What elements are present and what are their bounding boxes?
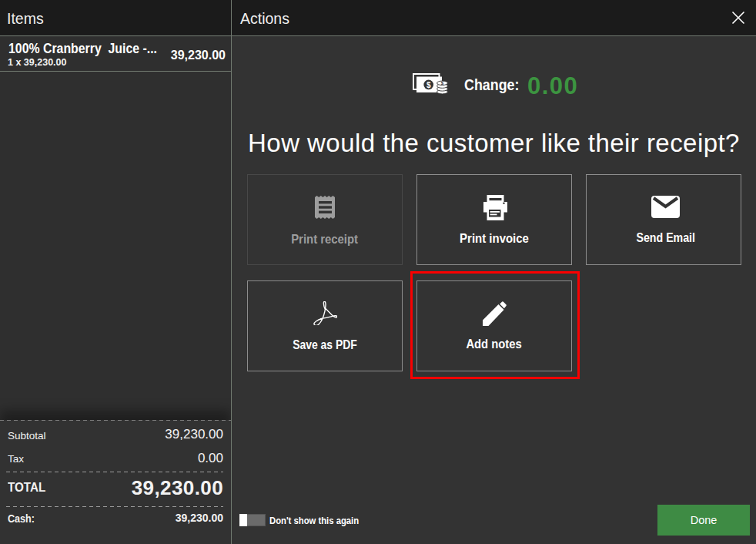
svg-text:$: $ — [426, 81, 430, 89]
